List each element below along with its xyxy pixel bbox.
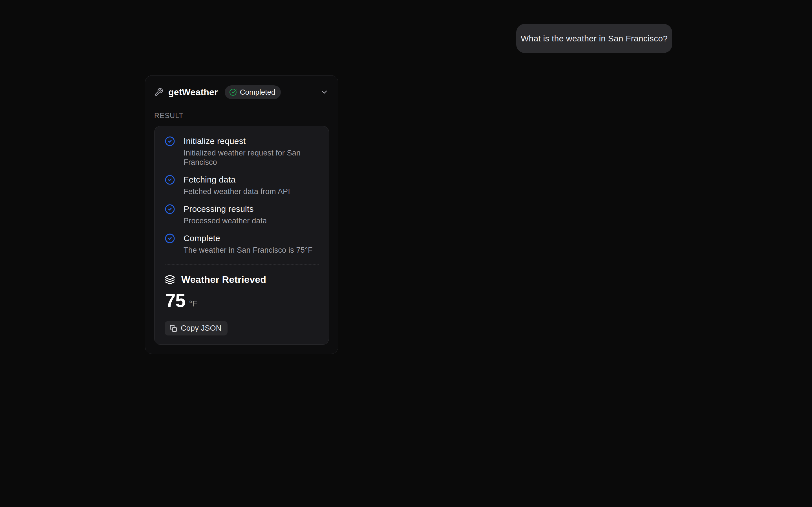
temperature-display: 75 °F: [165, 292, 319, 309]
user-message-text: What is the weather in San Francisco?: [521, 34, 668, 43]
status-badge: Completed: [225, 86, 281, 99]
retrieved-header: Weather Retrieved: [165, 274, 319, 285]
circle-check-icon: [229, 89, 237, 96]
step-check-icon: [165, 204, 175, 214]
step-description: Initialized weather request for San Fran…: [184, 149, 319, 167]
temperature-unit: °F: [189, 299, 197, 309]
step-check-icon: [165, 175, 175, 185]
retrieved-heading: Weather Retrieved: [181, 274, 266, 285]
step-title: Complete: [184, 233, 313, 244]
step-description: The weather in San Francisco is 75°F: [184, 245, 313, 255]
step-row: Fetching data Fetched weather data from …: [165, 174, 319, 196]
step-text: Processing results Processed weather dat…: [184, 204, 267, 226]
layers-icon: [165, 274, 175, 285]
user-message-bubble: What is the weather in San Francisco?: [516, 24, 672, 53]
step-title: Processing results: [184, 204, 267, 214]
step-text: Complete The weather in San Francisco is…: [184, 233, 313, 255]
collapse-toggle-button[interactable]: [319, 87, 329, 97]
result-section-label: RESULT: [154, 112, 329, 120]
step-text: Fetching data Fetched weather data from …: [184, 174, 290, 196]
temperature-value: 75: [165, 292, 185, 309]
step-row: Complete The weather in San Francisco is…: [165, 233, 319, 255]
step-title: Fetching data: [184, 174, 290, 185]
step-row: Processing results Processed weather dat…: [165, 204, 319, 226]
tool-card: getWeather Completed RESULT Initialize r…: [145, 75, 338, 354]
copy-icon: [170, 325, 177, 332]
copy-json-label: Copy JSON: [181, 324, 221, 333]
step-check-icon: [165, 136, 175, 147]
chevron-down-icon: [320, 88, 329, 97]
divider: [165, 264, 319, 265]
step-text: Initialize request Initialized weather r…: [184, 136, 319, 167]
step-description: Processed weather data: [184, 216, 267, 226]
result-panel: Initialize request Initialized weather r…: [154, 126, 329, 345]
step-row: Initialize request Initialized weather r…: [165, 136, 319, 167]
step-title: Initialize request: [184, 136, 319, 147]
step-description: Fetched weather data from API: [184, 187, 290, 196]
copy-json-button[interactable]: Copy JSON: [165, 321, 227, 335]
step-check-icon: [165, 233, 175, 244]
tool-name: getWeather: [168, 87, 218, 98]
status-badge-label: Completed: [240, 88, 275, 97]
wrench-icon: [154, 88, 163, 97]
tool-card-header: getWeather Completed: [154, 83, 329, 101]
